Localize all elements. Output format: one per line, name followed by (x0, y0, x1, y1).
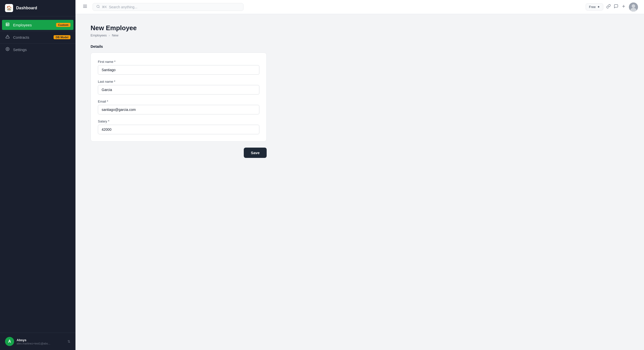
chat-icon[interactable] (614, 4, 618, 10)
page-content: New Employee Employees › New Details Fir… (75, 14, 644, 350)
link-icon[interactable] (606, 4, 611, 10)
nav-divider-2 (0, 43, 75, 43)
save-button[interactable]: Save (244, 148, 267, 158)
salary-label: Salary * (98, 119, 259, 123)
sidebar-header: 🏠 Dashboard (0, 0, 75, 16)
sidebar-item-employees[interactable]: Employees Custom (2, 20, 73, 30)
sidebar-nav: Employees Custom Contracts DB Model Sett… (0, 16, 75, 333)
svg-point-15 (632, 4, 635, 8)
employees-icon (5, 22, 10, 27)
menu-icon[interactable] (82, 3, 89, 11)
topbar-actions: Free ✦ (586, 3, 638, 12)
first-name-input[interactable] (98, 65, 259, 75)
settings-icon (5, 47, 10, 52)
svg-line-11 (99, 7, 100, 8)
breadcrumb-separator: › (109, 33, 110, 37)
sidebar-footer[interactable]: A Absys alex.martinez+test1@abs... ⇅ (0, 333, 75, 350)
footer-avatar: A (5, 337, 14, 346)
salary-input[interactable] (98, 125, 259, 134)
email-group: Email * (98, 100, 259, 114)
contracts-icon (5, 35, 10, 40)
first-name-label: First name * (98, 60, 259, 64)
svg-rect-0 (6, 23, 9, 26)
free-label: Free (589, 5, 596, 9)
last-name-label: Last name * (98, 80, 259, 83)
main-area: ⌘K Search anything... Free ✦ (75, 0, 644, 350)
chevron-up-down-icon: ⇅ (67, 339, 70, 343)
employees-badge: Custom (56, 23, 70, 27)
breadcrumb-employees-link[interactable]: Employees (91, 33, 107, 37)
sidebar-item-contracts[interactable]: Contracts DB Model (2, 32, 73, 42)
svg-point-6 (7, 49, 8, 50)
contracts-label: Contracts (13, 35, 29, 39)
sidebar-item-settings[interactable]: Settings (2, 45, 73, 55)
free-plan-button[interactable]: Free ✦ (586, 3, 603, 11)
app-logo: 🏠 (5, 4, 13, 12)
topbar: ⌘K Search anything... Free ✦ (75, 0, 644, 14)
search-placeholder-text: Search anything... (109, 5, 137, 9)
home-icon: 🏠 (6, 5, 12, 11)
search-bar[interactable]: ⌘K Search anything... (93, 3, 244, 11)
search-shortcut: ⌘K (102, 5, 107, 9)
plus-icon[interactable] (621, 4, 626, 10)
email-input[interactable] (98, 105, 259, 114)
sidebar: 🏠 Dashboard Employees Custom Contracts D… (0, 0, 75, 350)
breadcrumb-current: New (112, 33, 118, 37)
section-details-title: Details (91, 44, 629, 49)
contracts-badge: DB Model (54, 35, 70, 39)
email-label: Email * (98, 100, 259, 103)
app-title: Dashboard (16, 6, 37, 10)
settings-label: Settings (13, 48, 27, 52)
salary-group: Salary * (98, 119, 259, 134)
form-card: First name * Last name * Email * Salary … (91, 53, 267, 142)
employees-label: Employees (13, 23, 32, 27)
save-row: Save (91, 148, 267, 158)
page-title: New Employee (91, 24, 629, 32)
footer-name: Absys (17, 338, 65, 342)
first-name-group: First name * (98, 60, 259, 75)
svg-point-10 (97, 5, 99, 8)
footer-email: alex.martinez+test1@abs... (17, 342, 65, 345)
breadcrumb: Employees › New (91, 33, 629, 37)
search-icon (96, 5, 100, 9)
user-avatar[interactable] (629, 3, 638, 12)
last-name-input[interactable] (98, 85, 259, 95)
last-name-group: Last name * (98, 80, 259, 95)
sparkle-icon: ✦ (597, 5, 600, 9)
nav-divider (0, 31, 75, 31)
footer-info: Absys alex.martinez+test1@abs... (17, 338, 65, 345)
